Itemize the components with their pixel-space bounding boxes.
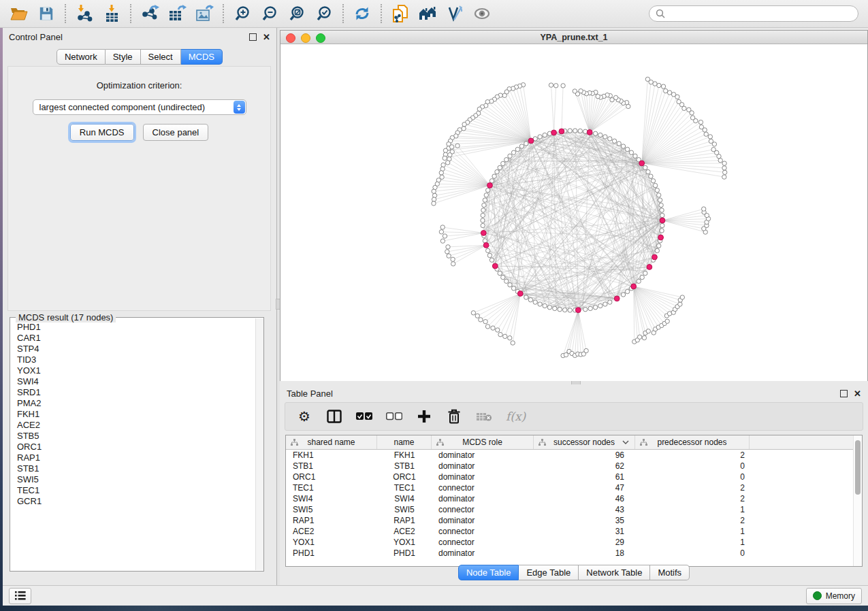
table-cell[interactable]: dominator [432, 494, 534, 503]
table-cell[interactable]: 2 [635, 483, 750, 493]
table-cell[interactable]: 1 [635, 527, 750, 536]
column-header-mcds-role[interactable]: MCDS role [432, 435, 534, 449]
export-image-button[interactable] [194, 3, 214, 24]
tab-network-table[interactable]: Network Table [579, 565, 650, 580]
table-cell[interactable]: dominator [432, 472, 534, 482]
table-cell[interactable]: 31 [534, 527, 635, 536]
table-row[interactable]: TEC1TEC1connector472 [286, 482, 862, 493]
mcds-result-item[interactable]: ORC1 [17, 442, 255, 452]
table-cell[interactable]: dominator [432, 516, 534, 525]
table-row[interactable]: SWI4SWI4dominator462 [286, 493, 862, 504]
table-cell[interactable]: SWI5 [286, 505, 377, 514]
minimize-window-icon[interactable] [301, 33, 310, 43]
table-cell[interactable]: 96 [534, 450, 635, 460]
float-panel-icon[interactable] [249, 33, 257, 41]
column-header-predecessor-nodes[interactable]: predecessor nodes [635, 435, 750, 449]
mcds-result-item[interactable]: YOX1 [17, 365, 255, 376]
table-cell[interactable]: PHD1 [377, 548, 432, 558]
search-box[interactable] [649, 5, 858, 22]
delete-table-button[interactable] [476, 408, 492, 425]
table-cell[interactable]: dominator [432, 548, 534, 558]
zoom-out-button[interactable] [259, 3, 280, 24]
tab-network[interactable]: Network [57, 49, 106, 65]
table-cell[interactable]: 43 [534, 505, 635, 514]
column-header-successor-nodes[interactable]: successor nodes [534, 435, 635, 449]
table-cell[interactable]: PHD1 [286, 548, 377, 558]
mcds-result-item[interactable]: STP4 [17, 344, 255, 354]
table-row[interactable]: RAP1RAP1dominator352 [286, 515, 862, 526]
table-cell[interactable]: connector [432, 483, 534, 493]
mcds-result-item[interactable]: SWI4 [17, 376, 255, 387]
close-panel-icon[interactable]: ✕ [854, 389, 861, 398]
network-canvas[interactable] [280, 44, 867, 381]
zoom-selected-button[interactable] [314, 3, 334, 24]
tab-select[interactable]: Select [141, 49, 181, 65]
table-scrollbar[interactable] [853, 435, 862, 566]
select-all-button[interactable] [356, 408, 372, 425]
table-row[interactable]: ACE2ACE2connector311 [286, 526, 862, 537]
run-mcds-button[interactable]: Run MCDS [70, 124, 134, 141]
table-cell[interactable]: connector [432, 505, 534, 514]
column-header-name[interactable]: name [377, 435, 432, 449]
table-cell[interactable]: RAP1 [377, 516, 432, 525]
mcds-result-item[interactable]: GCR1 [17, 496, 255, 507]
mcds-result-item[interactable]: TID3 [17, 354, 255, 365]
tab-mcds[interactable]: MCDS [181, 49, 223, 65]
mcds-result-item[interactable]: SWI5 [17, 474, 255, 485]
export-network-button[interactable] [140, 3, 160, 24]
table-row[interactable]: YOX1YOX1connector291 [286, 537, 862, 548]
search-input[interactable] [669, 8, 852, 19]
open-session-button[interactable] [9, 3, 29, 24]
tab-edge-table[interactable]: Edge Table [519, 565, 579, 580]
table-cell[interactable]: FKH1 [286, 450, 377, 460]
table-settings-button[interactable]: ⚙ [296, 408, 312, 425]
table-cell[interactable]: dominator [432, 461, 534, 471]
tab-style[interactable]: Style [106, 49, 141, 65]
column-header-shared-name[interactable]: shared name [286, 435, 377, 449]
zoom-fit-button[interactable] [287, 3, 307, 24]
table-row[interactable]: FKH1FKH1dominator962 [286, 450, 862, 461]
delete-column-button[interactable] [446, 408, 462, 425]
table-cell[interactable]: YOX1 [377, 538, 432, 547]
table-cell[interactable]: 2 [635, 450, 750, 460]
import-table-button[interactable] [101, 3, 122, 24]
table-cell[interactable]: 29 [534, 538, 635, 547]
task-history-button[interactable] [9, 588, 31, 604]
mcds-result-item[interactable]: PMA2 [17, 398, 255, 409]
table-cell[interactable]: RAP1 [286, 516, 377, 525]
table-cell[interactable]: 61 [534, 472, 635, 482]
table-cell[interactable]: 47 [534, 483, 635, 493]
maximize-window-icon[interactable] [316, 33, 325, 43]
memory-button[interactable]: Memory [806, 588, 862, 604]
table-cell[interactable]: 0 [635, 548, 750, 558]
tab-motifs[interactable]: Motifs [650, 565, 690, 580]
table-row[interactable]: PHD1PHD1dominator180 [286, 548, 862, 559]
table-cell[interactable]: 35 [534, 516, 635, 525]
close-window-icon[interactable] [286, 33, 295, 43]
mcds-result-list[interactable]: PHD1CAR1STP4TID3YOX1SWI4SRD1PMA2FKH1ACE2… [11, 319, 255, 570]
network-graph[interactable] [280, 44, 867, 381]
table-cell[interactable]: TEC1 [377, 483, 432, 493]
scrollbar-thumb[interactable] [855, 440, 861, 495]
mcds-result-item[interactable]: ACE2 [17, 420, 255, 431]
table-cell[interactable]: 1 [635, 505, 750, 514]
create-column-button[interactable] [416, 408, 432, 425]
table-cell[interactable]: FKH1 [377, 450, 432, 460]
table-cell[interactable]: connector [432, 538, 534, 547]
table-cell[interactable]: ACE2 [286, 527, 377, 536]
table-cell[interactable]: 0 [635, 461, 750, 471]
table-cell[interactable]: TEC1 [286, 483, 377, 493]
optimization-criterion-select[interactable]: largest connected component (undirected) [33, 99, 246, 115]
table-cell[interactable]: 18 [534, 548, 635, 558]
clone-network-button[interactable] [390, 3, 411, 24]
first-neighbors-button[interactable] [417, 3, 438, 24]
float-panel-icon[interactable] [840, 390, 848, 397]
table-cell[interactable]: STB1 [286, 461, 377, 471]
table-cell[interactable]: STB1 [377, 461, 432, 471]
close-panel-button[interactable]: Close panel [143, 124, 209, 141]
save-session-button[interactable] [36, 3, 57, 24]
table-cell[interactable]: SWI4 [286, 494, 377, 503]
close-panel-icon[interactable]: ✕ [263, 33, 270, 42]
table-cell[interactable]: 1 [635, 538, 750, 547]
mcds-result-item[interactable]: FKH1 [17, 409, 255, 420]
